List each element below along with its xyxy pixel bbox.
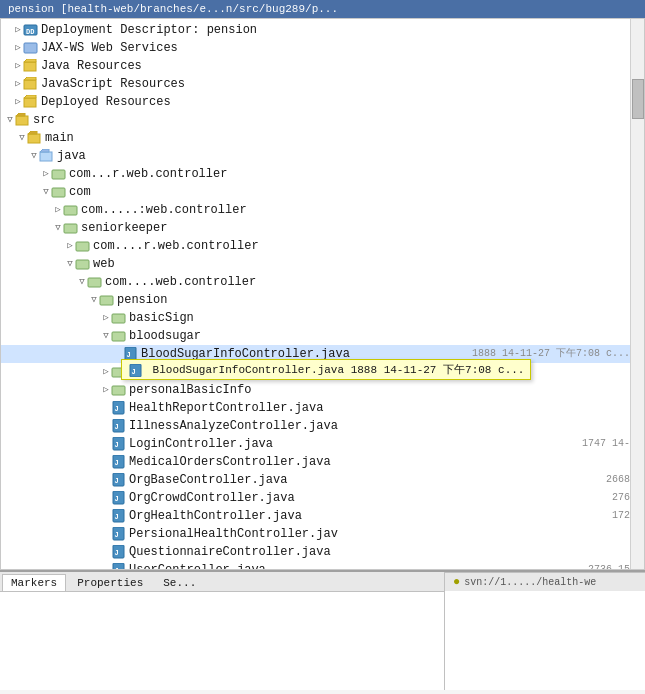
tooltip-text: BloodSugarInfoController.java 1888 14-11…	[153, 364, 525, 376]
tree-item-deployed-resources[interactable]: ▷ Deployed Resources	[1, 93, 630, 111]
expand-icon[interactable]: ▷	[13, 58, 23, 74]
tree-item-seniorkeeper[interactable]: ▽ seniorkeeper	[1, 219, 630, 237]
expand-icon[interactable]: ▽	[89, 292, 99, 308]
svg-rect-22	[100, 296, 113, 305]
bottom-right-panel: ● svn://1...../health-we	[445, 572, 645, 690]
svg-text:DD: DD	[26, 28, 34, 36]
tree-item-com2[interactable]: ▽ com	[1, 183, 630, 201]
item-meta: 2668	[606, 472, 630, 488]
item-label: OrgBaseController.java	[129, 472, 602, 488]
tree-item-orgcrowd[interactable]: J OrgCrowdController.java 276	[1, 489, 630, 507]
tree-item-logincontroller[interactable]: J LoginController.java 1747 14-	[1, 435, 630, 453]
svg-text:J: J	[115, 477, 119, 485]
item-label: seniorkeeper	[81, 220, 630, 236]
expand-icon[interactable]: ▽	[5, 112, 15, 128]
expand-icon[interactable]: ▽	[53, 220, 63, 236]
svg-rect-20	[76, 260, 89, 269]
item-label: pension	[117, 292, 630, 308]
tab-markers[interactable]: Markers	[2, 574, 66, 591]
tree-item-com-r[interactable]: ▷ com....r.web.controller	[1, 237, 630, 255]
svg-text:J: J	[115, 495, 119, 503]
vertical-scrollbar[interactable]	[630, 19, 644, 569]
tab-properties[interactable]: Properties	[68, 574, 152, 591]
tree-item-orgbase[interactable]: J OrgBaseController.java 2668	[1, 471, 630, 489]
expand-icon[interactable]: ▷	[41, 166, 51, 182]
tree-item-com-web2[interactable]: ▽ com....web.controller	[1, 273, 630, 291]
expand-icon[interactable]: ▽	[101, 328, 111, 344]
tree-item-com1[interactable]: ▷ com...r.web.controller	[1, 165, 630, 183]
tree-item-bloodsugar[interactable]: ▽ bloodsugar	[1, 327, 630, 345]
tree-item-illnessanalyze[interactable]: J IllnessAnalyzeController.java	[1, 417, 630, 435]
item-label: java	[57, 148, 630, 164]
svg-text:J: J	[115, 567, 119, 569]
item-label: web	[93, 256, 630, 272]
java-res-icon	[23, 59, 39, 73]
expand-icon[interactable]: ▷	[13, 22, 23, 38]
java-file-icon: J	[111, 401, 127, 415]
expand-icon[interactable]: ▷	[13, 40, 23, 56]
expand-icon[interactable]: ▷	[101, 310, 111, 326]
tree-item-basicSign[interactable]: ▷ basicSign	[1, 309, 630, 327]
svg-text:J: J	[115, 405, 119, 413]
java-file-icon: J	[111, 527, 127, 541]
expand-icon[interactable]: ▽	[65, 256, 75, 272]
js-res-icon	[23, 77, 39, 91]
svg-marker-4	[24, 59, 36, 62]
item-label: com	[69, 184, 630, 200]
tree-item-persionalhealth[interactable]: J PersionalHealthController.jav	[1, 525, 630, 543]
tree-item-usercontroller[interactable]: J UserController.java 2736 15	[1, 561, 630, 569]
item-label: IllnessAnalyzeController.java	[129, 418, 630, 434]
tree-item-jaxws[interactable]: ▷ JAX-WS Web Services	[1, 39, 630, 57]
expand-icon[interactable]: ▷	[53, 202, 63, 218]
pkg-icon	[51, 167, 67, 181]
tree-item-java[interactable]: ▽ java	[1, 147, 630, 165]
tree-item-deployment[interactable]: ▷ DD Deployment Descriptor: pension	[1, 21, 630, 39]
tree-item-main[interactable]: ▽ main	[1, 129, 630, 147]
item-label: HealthReportController.java	[129, 400, 630, 416]
tree-item-pension[interactable]: ▽ pension	[1, 291, 630, 309]
tab-se[interactable]: Se...	[154, 574, 205, 591]
pkg-icon	[111, 383, 127, 397]
pkg-icon	[111, 329, 127, 343]
tree-item-medicalorders[interactable]: J MedicalOrdersController.java	[1, 453, 630, 471]
svg-marker-10	[16, 113, 25, 116]
status-text: svn://1...../health-we	[464, 577, 596, 588]
title-text: pension [health-web/branches/e...n/src/b…	[8, 3, 338, 15]
svg-marker-6	[24, 77, 36, 80]
item-label: personalBasicInfo	[129, 382, 630, 398]
tree-item-questionnaire[interactable]: J QuestionnaireController.java	[1, 543, 630, 561]
java-file-icon: J	[111, 419, 127, 433]
item-label: UserController.java	[129, 562, 584, 569]
tree-item-java-resources[interactable]: ▷ Java Resources	[1, 57, 630, 75]
expand-icon[interactable]: ▷	[13, 94, 23, 110]
scrollbar-thumb[interactable]	[632, 79, 644, 119]
tree-item-web[interactable]: ▽ web	[1, 255, 630, 273]
expand-icon[interactable]: ▷	[101, 364, 111, 380]
expand-icon[interactable]: ▷	[13, 76, 23, 92]
tree-item-healthreport[interactable]: J HealthReportController.java	[1, 399, 630, 417]
item-label: bloodsugar	[129, 328, 630, 344]
item-label: com...r.web.controller	[69, 166, 630, 182]
tree-item-src[interactable]: ▽ src	[1, 111, 630, 129]
svg-text:J: J	[115, 459, 119, 467]
item-label: Deployment Descriptor: pension	[41, 22, 630, 38]
item-label: com.....:web.controller	[81, 202, 630, 218]
svg-marker-14	[40, 149, 49, 152]
expand-icon[interactable]: ▽	[41, 184, 51, 200]
tree-item-personalbasicinfo[interactable]: ▷ personalBasicInfo	[1, 381, 630, 399]
tree-item-js-resources[interactable]: ▷ JavaScript Resources	[1, 75, 630, 93]
expand-icon[interactable]: ▽	[17, 130, 27, 146]
java-file-icon: J	[111, 563, 127, 569]
svg-text:J: J	[127, 351, 131, 359]
svg-rect-19	[76, 242, 89, 251]
expand-icon[interactable]: ▷	[65, 238, 75, 254]
svg-text:J: J	[115, 441, 119, 449]
jaxws-icon	[23, 41, 39, 55]
expand-icon[interactable]: ▽	[29, 148, 39, 164]
expand-icon[interactable]: ▽	[77, 274, 87, 290]
expand-icon[interactable]: ▷	[101, 382, 111, 398]
tree-item-orghealth[interactable]: J OrgHealthController.java 172	[1, 507, 630, 525]
svg-rect-18	[64, 224, 77, 233]
tree-item-com-web[interactable]: ▷ com.....:web.controller	[1, 201, 630, 219]
svg-rect-17	[64, 206, 77, 215]
